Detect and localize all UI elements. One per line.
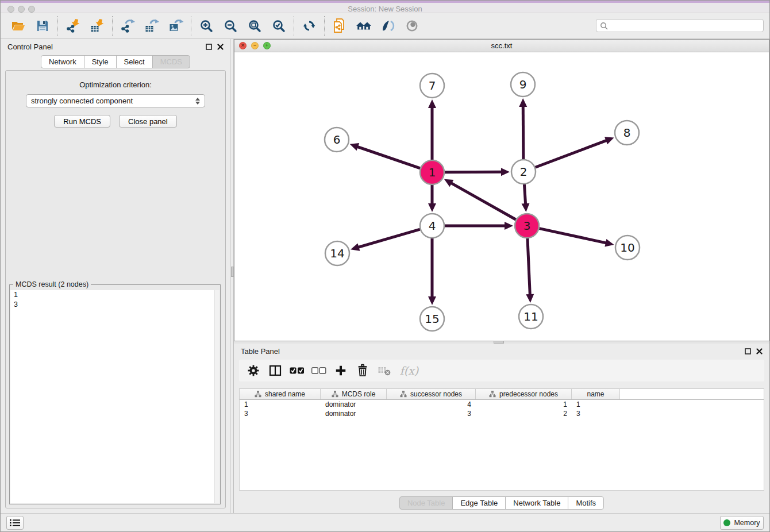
column-header-mcds-role[interactable]: MCDS role	[321, 389, 387, 399]
main-toolbar	[1, 13, 769, 38]
export-table-icon	[144, 18, 160, 33]
graph-edge-1-6[interactable]	[357, 147, 420, 168]
export-network-button[interactable]	[116, 15, 140, 37]
eye-button[interactable]	[400, 15, 424, 37]
cell-shared-name[interactable]: 3	[240, 409, 321, 418]
result-scrollbar[interactable]	[214, 290, 220, 503]
network-graph-svg[interactable]: 7968124314101511	[234, 52, 770, 341]
cell-predecessor-nodes[interactable]: 1	[476, 400, 572, 409]
graph-edge-2-3[interactable]	[524, 184, 525, 205]
column-header-predecessor-nodes[interactable]: predecessor nodes	[476, 389, 572, 399]
zoom-fit-button[interactable]	[242, 15, 267, 37]
network-canvas[interactable]: 7968124314101511	[234, 52, 769, 341]
create-column-button[interactable]	[331, 361, 351, 380]
mcds-result-item[interactable]: 1	[10, 290, 220, 300]
graph-node-label: 15	[425, 312, 439, 326]
houses-icon	[355, 19, 372, 33]
float-table-panel-icon[interactable]	[745, 348, 751, 354]
tab-mcds[interactable]: MCDS	[152, 55, 190, 68]
status-bar: Memory	[1, 513, 769, 531]
zoom-in-icon	[199, 19, 213, 33]
search-field[interactable]	[596, 19, 764, 32]
graph-node-label: 2	[520, 165, 528, 179]
clone-network-icon	[332, 18, 347, 34]
graph-edge-3-10[interactable]	[539, 229, 606, 243]
delete-column-button[interactable]	[353, 361, 372, 380]
import-network-icon	[66, 18, 80, 33]
tab-style[interactable]: Style	[84, 55, 117, 68]
zoom-selected-icon	[272, 19, 286, 33]
open-session-button[interactable]	[6, 15, 30, 37]
graph-edge-arrowhead	[428, 99, 436, 108]
tab-edge-table[interactable]: Edge Table	[452, 496, 506, 510]
search-input[interactable]	[608, 21, 760, 30]
mcds-panel-body: Optimization criterion: strongly connect…	[5, 70, 226, 508]
zoom-in-button[interactable]	[194, 15, 218, 37]
mcds-result-item[interactable]: 3	[10, 300, 220, 310]
plus-icon	[334, 364, 347, 377]
graph-edge-arrowhead	[505, 222, 513, 230]
table-panel-tabs: Node Table Edge Table Network Table Moti…	[234, 496, 769, 510]
task-history-button[interactable]	[6, 516, 24, 530]
column-header-name[interactable]: name	[572, 389, 620, 399]
graph-edge-4-14[interactable]	[358, 229, 420, 248]
cell-successor-nodes[interactable]: 4	[387, 400, 476, 409]
run-mcds-button[interactable]: Run MCDS	[54, 115, 110, 128]
table-row[interactable]: 1 dominator 4 1 1	[240, 400, 764, 409]
close-panel-button[interactable]: Close panel	[119, 115, 177, 128]
checked-boxes-icon	[290, 367, 305, 375]
close-table-panel-icon[interactable]	[756, 348, 763, 354]
memory-button[interactable]: Memory	[720, 516, 764, 530]
column-header-successor-nodes[interactable]: successor nodes	[387, 389, 476, 399]
network-window-titlebar[interactable]: ✕ − + scc.txt	[234, 40, 769, 52]
unchecked-boxes-icon	[311, 367, 326, 375]
houses-button[interactable]	[352, 15, 376, 37]
table-settings-button[interactable]	[244, 361, 263, 380]
cell-predecessor-nodes[interactable]: 2	[476, 409, 572, 418]
table-panel-title: Table Panel	[241, 347, 280, 356]
cell-shared-name[interactable]: 1	[240, 400, 321, 409]
graph-edge-2-8[interactable]	[536, 140, 607, 167]
brush-button[interactable]	[376, 15, 400, 37]
tab-motifs[interactable]: Motifs	[568, 496, 604, 510]
optimization-criterion-label: Optimization criterion:	[6, 80, 225, 89]
split-view-button[interactable]	[265, 361, 285, 380]
tree-icon	[332, 391, 338, 398]
refresh-button[interactable]	[297, 15, 321, 37]
float-panel-icon[interactable]	[206, 44, 212, 50]
import-table-button[interactable]	[85, 15, 109, 37]
tab-network[interactable]: Network	[41, 55, 84, 68]
graph-edge-3-1[interactable]	[451, 183, 516, 219]
cell-name[interactable]: 1	[572, 400, 620, 409]
column-header-shared-name[interactable]: shared name	[240, 389, 321, 399]
import-network-button[interactable]	[61, 15, 85, 37]
criterion-select[interactable]: strongly connected component	[26, 94, 205, 107]
clone-network-button[interactable]	[328, 15, 352, 37]
table-row[interactable]: 3 dominator 3 2 3	[240, 409, 764, 418]
zoom-selected-button[interactable]	[267, 15, 291, 37]
import-table-icon	[90, 18, 105, 33]
search-icon	[600, 22, 608, 30]
cell-name[interactable]: 3	[572, 409, 620, 418]
cell-mcds-role[interactable]: dominator	[321, 409, 387, 418]
close-panel-icon[interactable]	[217, 44, 224, 50]
zoom-out-button[interactable]	[218, 15, 242, 37]
cell-mcds-role[interactable]: dominator	[321, 400, 387, 409]
graph-edge-3-11[interactable]	[528, 238, 530, 295]
select-all-columns-button[interactable]	[287, 361, 307, 380]
graph-node-label: 10	[620, 241, 634, 255]
save-session-button[interactable]	[30, 15, 55, 37]
cell-successor-nodes[interactable]: 3	[387, 409, 476, 418]
export-table-button[interactable]	[140, 15, 164, 37]
graph-edge-2-9[interactable]	[523, 106, 523, 159]
table-panel: Table Panel	[234, 344, 769, 513]
deselect-all-columns-button[interactable]	[309, 361, 329, 380]
graph-edge-1-2[interactable]	[445, 172, 502, 172]
zoom-out-icon	[224, 19, 237, 33]
tab-select[interactable]: Select	[116, 55, 153, 68]
tab-node-table[interactable]: Node Table	[399, 496, 453, 510]
export-image-button[interactable]	[164, 15, 188, 37]
tab-network-table[interactable]: Network Table	[505, 496, 568, 510]
mcds-result-list[interactable]: 1 3	[10, 290, 220, 503]
graph-edge-arrowhead	[605, 239, 614, 247]
